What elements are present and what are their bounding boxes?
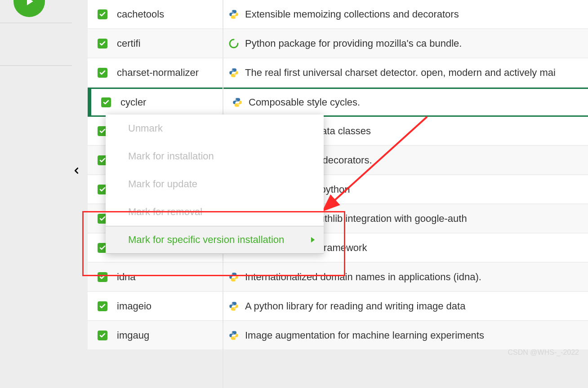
check-icon (99, 11, 106, 18)
context-menu-item: Mark for update (106, 170, 324, 198)
package-name: imageio (117, 300, 223, 312)
svg-point-22 (235, 338, 236, 339)
python-icon (228, 67, 239, 78)
check-icon (99, 157, 106, 164)
svg-point-17 (232, 273, 232, 274)
package-checkbox-cell (88, 301, 117, 311)
check-icon (99, 215, 106, 222)
python-icon (228, 9, 239, 20)
submenu-arrow-icon (311, 237, 315, 242)
package-type-icon-cell (223, 272, 245, 282)
package-checkbox[interactable] (98, 301, 107, 311)
package-checkbox-cell (88, 68, 117, 78)
package-type-icon-cell (223, 301, 245, 312)
package-name: imgaug (117, 330, 223, 341)
play-button[interactable] (13, 0, 45, 17)
package-row[interactable]: cachetoolsExtensible memoizing collectio… (88, 0, 588, 29)
play-icon (22, 0, 36, 8)
package-description: The real first universal charset detecto… (245, 67, 588, 79)
check-icon (99, 69, 106, 76)
package-description: Composable style cycles. (249, 97, 588, 108)
loading-icon (228, 38, 239, 49)
svg-point-4 (235, 75, 236, 76)
svg-point-6 (239, 105, 240, 106)
check-icon (99, 244, 106, 251)
context-menu-item: Unmark (106, 115, 324, 142)
python-icon (228, 272, 239, 282)
sidebar (0, 0, 72, 388)
package-name: cycler (120, 97, 226, 108)
context-menu-item[interactable]: Mark for specific version installation (106, 226, 324, 254)
chevron-left-icon (71, 166, 81, 176)
watermark-text: CSDN @WHS-_-2022 (508, 348, 579, 357)
package-type-icon-cell (223, 38, 245, 49)
check-icon (99, 273, 106, 281)
python-icon (232, 97, 243, 108)
package-description: Image augmentation for machine learning … (245, 330, 588, 341)
context-menu: UnmarkMark for installationMark for upda… (106, 115, 324, 254)
package-description: Python package for providing mozilla's c… (245, 38, 588, 49)
package-type-icon-cell (223, 9, 245, 20)
check-icon (99, 128, 106, 135)
package-checkbox-cell (88, 9, 117, 19)
package-row[interactable]: certifiPython package for providing mozi… (88, 29, 588, 58)
package-checkbox[interactable] (98, 331, 107, 340)
package-name: certifi (117, 38, 223, 49)
check-icon (99, 303, 106, 310)
svg-point-2 (230, 40, 238, 48)
package-name: cachetools (117, 9, 223, 20)
check-icon (102, 99, 110, 106)
package-checkbox[interactable] (98, 9, 107, 19)
package-description: Internationalized domain names in applic… (245, 271, 588, 283)
svg-point-21 (232, 332, 232, 333)
svg-point-19 (232, 303, 232, 304)
svg-point-5 (235, 99, 236, 100)
sidebar-divider (0, 65, 72, 66)
python-icon (228, 330, 239, 341)
package-type-icon-cell (226, 97, 249, 108)
context-menu-item: Mark for removal (106, 198, 324, 226)
package-row[interactable]: charset-normalizerThe real first univers… (88, 58, 588, 88)
svg-point-3 (232, 69, 232, 70)
svg-point-18 (235, 279, 236, 280)
package-name: idna (117, 271, 223, 283)
package-checkbox-cell (91, 97, 120, 107)
context-menu-item: Mark for installation (106, 142, 324, 170)
package-row[interactable]: cyclerComposable style cycles. (88, 88, 588, 117)
package-description: Extensible memoizing collections and dec… (245, 9, 588, 20)
svg-point-0 (232, 11, 232, 12)
collapse-sidebar-button[interactable] (70, 162, 83, 180)
package-row[interactable]: imageioA python library for reading and … (88, 292, 588, 321)
package-checkbox-cell (88, 272, 117, 282)
check-icon (99, 332, 106, 339)
check-icon (99, 186, 106, 193)
svg-point-20 (235, 309, 236, 309)
package-description: A python library for reading and writing… (245, 300, 588, 312)
python-icon (228, 301, 239, 312)
package-row[interactable]: imgaugImage augmentation for machine lea… (88, 321, 588, 350)
package-type-icon-cell (223, 330, 245, 341)
package-name: charset-normalizer (117, 67, 223, 79)
package-checkbox-cell (88, 331, 117, 340)
svg-point-1 (235, 17, 236, 18)
package-checkbox[interactable] (98, 39, 107, 48)
package-checkbox-cell (88, 39, 117, 48)
check-icon (99, 40, 106, 47)
package-checkbox[interactable] (98, 68, 107, 78)
package-type-icon-cell (223, 67, 245, 78)
package-checkbox[interactable] (101, 97, 111, 107)
sidebar-divider (0, 22, 72, 23)
package-row[interactable]: idnaInternationalized domain names in ap… (88, 263, 588, 292)
package-checkbox[interactable] (98, 272, 107, 282)
